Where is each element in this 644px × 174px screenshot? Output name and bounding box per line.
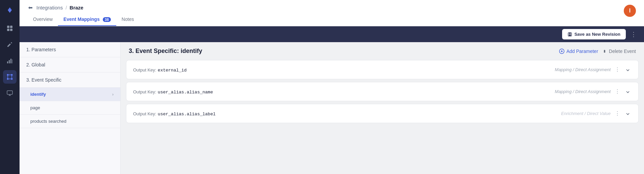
sidebar-item-monitor[interactable] xyxy=(3,86,17,100)
sidebar-item-analytics[interactable] xyxy=(3,54,17,67)
event-actions: Add Parameter Delete Event xyxy=(559,49,636,54)
content-area: 1. Parameters 2. Global 3. Event Specifi… xyxy=(20,42,644,174)
main-area: Integrations / Braze Overview Event Mapp… xyxy=(20,0,644,174)
event-header: 3. Event Specific: identify Add Paramete… xyxy=(121,42,644,60)
svg-rect-20 xyxy=(569,33,571,34)
svg-rect-4 xyxy=(7,61,8,63)
left-nav: 1. Parameters 2. Global 3. Event Specifi… xyxy=(20,42,121,174)
right-panel: 3. Event Specific: identify Add Paramete… xyxy=(121,42,644,174)
sidebar-logo xyxy=(4,4,16,16)
event-mappings-badge: 38 xyxy=(103,17,111,22)
mapping-row-0-more[interactable]: ⋮ xyxy=(613,66,621,74)
svg-rect-1 xyxy=(10,26,12,28)
sidebar-item-dashboard[interactable] xyxy=(3,22,17,35)
svg-point-10 xyxy=(7,78,9,80)
breadcrumb-separator: / xyxy=(65,5,67,10)
mapping-row-1-expand[interactable] xyxy=(624,88,632,95)
mapping-row-2: Output Key: user_alias.alias_label Enric… xyxy=(126,104,639,123)
event-section-title: 3. Event Specific: identify xyxy=(129,48,202,55)
svg-rect-6 xyxy=(10,59,11,63)
mapping-row-0-expand[interactable] xyxy=(624,66,632,73)
toolbar-more-button[interactable]: ⋮ xyxy=(628,29,639,39)
mapping-row-2-type: Enrichment / Direct Value xyxy=(561,111,611,116)
svg-point-11 xyxy=(11,78,13,80)
mapping-row-2-more[interactable]: ⋮ xyxy=(613,110,621,117)
svg-rect-3 xyxy=(10,29,12,31)
add-parameter-button[interactable]: Add Parameter xyxy=(559,49,598,54)
mapping-row-0-key: Output Key: external_id xyxy=(133,67,187,73)
sidebar-item-edit[interactable] xyxy=(3,38,17,51)
tab-event-mappings[interactable]: Event Mappings 38 xyxy=(58,14,116,26)
nav-item-identify[interactable]: identify › xyxy=(20,88,120,101)
mapping-row-1-type: Mapping / Direct Assignment xyxy=(555,89,611,94)
top-header: Integrations / Braze Overview Event Mapp… xyxy=(20,0,644,26)
delete-event-button[interactable]: Delete Event xyxy=(602,49,636,54)
tabs-row: Overview Event Mappings 38 Notes xyxy=(28,14,636,26)
mapping-row-2-key: Output Key: user_alias.alias_label xyxy=(133,111,216,117)
svg-rect-2 xyxy=(7,29,9,31)
tab-notes[interactable]: Notes xyxy=(116,14,140,26)
toolbar: Save as New Revision ⋮ xyxy=(20,26,644,42)
nav-item-page[interactable]: page xyxy=(20,101,120,115)
user-avatar[interactable]: I xyxy=(624,5,636,17)
mapping-row-2-expand[interactable] xyxy=(624,110,632,117)
mapping-row-1: Output Key: user_alias.alias_name Mappin… xyxy=(126,82,639,101)
breadcrumb-integrations-link[interactable]: Integrations xyxy=(36,5,63,10)
breadcrumb: Integrations / Braze xyxy=(28,5,636,10)
nav-event-specific-header: 3. Event Specific xyxy=(20,72,120,88)
nav-item-identify-chevron: › xyxy=(112,92,114,97)
mapping-row-0: Output Key: external_id Mapping / Direct… xyxy=(126,60,639,79)
svg-rect-21 xyxy=(569,34,571,36)
breadcrumb-current-page: Braze xyxy=(70,5,84,10)
mapping-row-0-type: Mapping / Direct Assignment xyxy=(555,67,611,72)
svg-rect-0 xyxy=(7,26,9,28)
svg-point-8 xyxy=(7,74,9,76)
mapping-row-1-key: Output Key: user_alias.alias_name xyxy=(133,89,213,95)
svg-point-9 xyxy=(11,74,13,76)
svg-rect-16 xyxy=(7,91,12,94)
svg-rect-7 xyxy=(12,59,12,63)
sidebar xyxy=(0,0,20,174)
nav-item-products-searched[interactable]: products searched xyxy=(20,115,120,128)
save-revision-button[interactable]: Save as New Revision xyxy=(562,29,626,39)
svg-rect-5 xyxy=(9,60,10,63)
tab-overview[interactable]: Overview xyxy=(28,14,58,26)
mapping-row-1-more[interactable]: ⋮ xyxy=(613,88,621,95)
nav-global[interactable]: 2. Global xyxy=(20,57,120,72)
sidebar-item-integrations[interactable] xyxy=(3,70,17,84)
nav-parameters[interactable]: 1. Parameters xyxy=(20,42,120,57)
